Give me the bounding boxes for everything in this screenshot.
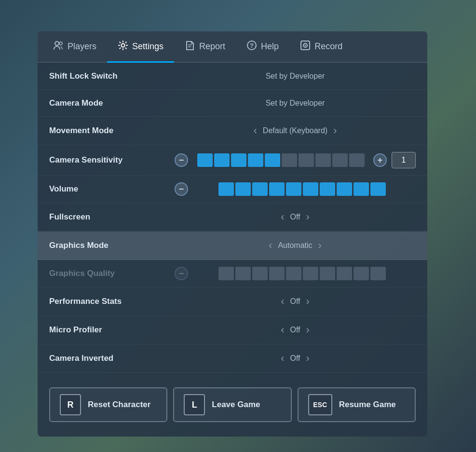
volume-slider[interactable] [188, 182, 416, 196]
seg-1 [197, 153, 213, 167]
graphics-quality-minus[interactable]: − [175, 267, 188, 280]
micro-profiler-prev[interactable]: ‹ [275, 323, 290, 337]
resume-game-label: Resume Game [339, 400, 396, 410]
bottom-buttons: R Reset Character L Leave Game ESC Resum… [38, 373, 427, 437]
seg-8 [315, 153, 331, 167]
setting-camera-sensitivity: Camera Sensitivity − + [38, 145, 427, 176]
leave-game-label: Leave Game [212, 400, 260, 410]
graphics-mode-prev[interactable]: ‹ [263, 238, 278, 253]
shift-lock-value: Set by Developer [175, 72, 416, 81]
camera-inverted-label: Camera Inverted [49, 354, 175, 363]
micro-profiler-value: ‹ Off › [175, 323, 416, 337]
svg-point-1 [59, 42, 62, 45]
camera-sensitivity-minus[interactable]: − [175, 153, 188, 167]
setting-movement-mode: Movement Mode ‹ Default (Keyboard) › [38, 117, 427, 145]
tab-settings[interactable]: Settings [107, 31, 174, 62]
volume-label: Volume [49, 184, 175, 194]
players-icon [53, 40, 64, 53]
reset-character-label: Reset Character [88, 400, 150, 410]
camera-sensitivity-input[interactable] [392, 152, 416, 168]
svg-point-9 [305, 45, 306, 46]
svg-point-2 [122, 44, 125, 47]
setting-performance-stats: Performance Stats ‹ Off › [38, 288, 427, 316]
record-icon [300, 40, 311, 53]
performance-stats-value: ‹ Off › [175, 294, 416, 309]
leave-key-badge: L [184, 394, 205, 415]
fullscreen-next[interactable]: › [300, 210, 315, 224]
camera-sensitivity-value: − + [175, 152, 416, 168]
seg-2 [214, 153, 230, 167]
seg-3 [231, 153, 246, 167]
shift-lock-label: Shift Lock Switch [49, 71, 175, 81]
camera-inverted-next[interactable]: › [300, 351, 315, 366]
tab-settings-label: Settings [132, 41, 163, 52]
movement-mode-prev[interactable]: ‹ [248, 123, 263, 138]
tab-players-label: Players [68, 41, 96, 52]
graphics-mode-value: ‹ Automatic › [175, 238, 416, 253]
svg-point-0 [55, 41, 59, 45]
camera-sensitivity-plus[interactable]: + [373, 153, 387, 167]
tab-record[interactable]: Record [289, 31, 353, 62]
camera-inverted-value: ‹ Off › [175, 351, 416, 366]
movement-mode-value: ‹ Default (Keyboard) › [175, 123, 416, 138]
svg-text:?: ? [250, 42, 254, 49]
performance-stats-prev[interactable]: ‹ [275, 294, 290, 309]
seg-4 [248, 153, 263, 167]
reset-key-badge: R [60, 394, 81, 415]
tab-help[interactable]: ? Help [236, 31, 289, 62]
tab-report[interactable]: Report [174, 31, 236, 62]
setting-micro-profiler: Micro Profiler ‹ Off › [38, 316, 427, 344]
performance-stats-label: Performance Stats [49, 297, 175, 306]
resume-game-button[interactable]: ESC Resume Game [298, 387, 416, 422]
seg-10 [349, 153, 365, 167]
graphics-quality-label: Graphics Quality [49, 269, 175, 278]
graphics-quality-value: − [175, 267, 416, 280]
volume-value: − [175, 182, 416, 196]
fullscreen-value: ‹ Off › [175, 210, 416, 224]
setting-volume: Volume − [38, 176, 427, 203]
seg-7 [299, 153, 314, 167]
tab-bar: Players Settings Report [38, 31, 427, 63]
help-icon: ? [246, 40, 257, 53]
setting-shift-lock: Shift Lock Switch Set by Developer [38, 63, 427, 90]
tab-report-label: Report [199, 41, 225, 52]
camera-mode-label: Camera Mode [49, 98, 175, 108]
tab-help-label: Help [261, 41, 279, 52]
graphics-quality-slider [188, 267, 416, 280]
setting-fullscreen: Fullscreen ‹ Off › [38, 203, 427, 232]
seg-6 [282, 153, 297, 167]
camera-mode-value: Set by Developer [175, 99, 416, 108]
camera-sensitivity-slider[interactable] [188, 153, 373, 167]
movement-mode-next[interactable]: › [327, 123, 342, 138]
tab-record-label: Record [314, 41, 342, 52]
seg-9 [332, 153, 348, 167]
graphics-mode-label: Graphics Mode [49, 241, 175, 250]
setting-graphics-quality: Graphics Quality − [38, 260, 427, 288]
seg-5 [265, 153, 280, 167]
volume-minus[interactable]: − [175, 182, 188, 196]
resume-key-badge: ESC [308, 394, 332, 415]
movement-mode-label: Movement Mode [49, 126, 175, 136]
settings-panel: Players Settings Report [38, 31, 427, 437]
camera-sensitivity-label: Camera Sensitivity [49, 155, 175, 165]
reset-character-button[interactable]: R Reset Character [49, 387, 167, 422]
report-icon [185, 40, 195, 53]
graphics-mode-next[interactable]: › [313, 238, 327, 253]
fullscreen-label: Fullscreen [49, 212, 175, 222]
setting-graphics-mode: Graphics Mode ‹ Automatic › [38, 232, 427, 260]
leave-game-button[interactable]: L Leave Game [173, 387, 291, 422]
micro-profiler-label: Micro Profiler [49, 325, 175, 335]
settings-icon [118, 40, 128, 53]
settings-content: Shift Lock Switch Set by Developer Camer… [38, 63, 427, 373]
micro-profiler-next[interactable]: › [300, 323, 315, 337]
fullscreen-prev[interactable]: ‹ [275, 210, 290, 224]
tab-players[interactable]: Players [42, 31, 107, 62]
performance-stats-next[interactable]: › [300, 294, 315, 309]
camera-inverted-prev[interactable]: ‹ [275, 351, 290, 366]
setting-camera-inverted: Camera Inverted ‹ Off › [38, 344, 427, 373]
setting-camera-mode: Camera Mode Set by Developer [38, 90, 427, 117]
